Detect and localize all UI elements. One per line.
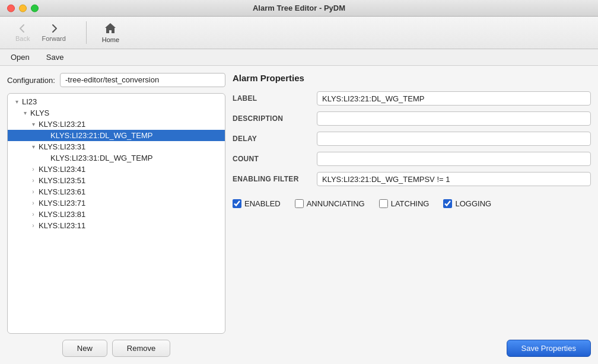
checkbox-annunciating-label: ANNUNCIATING [307,199,365,208]
menu-bar: Open Save [0,49,598,66]
prop-label-description: DESCRIPTION [233,114,310,123]
tree-item-klys-li23-31-dl-wg-temp[interactable]: KLYS:LI23:31:DL_WG_TEMP [8,152,225,164]
tree-container: ▾ LI23 ▾ KLYS ▾ KLYS:LI23:21 KLYS:LI23:2… [7,93,225,334]
prop-label-count: COUNT [233,155,310,163]
tree-item-label: KLYS [30,108,49,117]
maximize-button[interactable] [31,4,39,12]
checkbox-enabled-input[interactable] [233,199,241,208]
checkbox-latching-input[interactable] [379,199,388,208]
tree-item-label: KLYS:LI23:21 [39,120,85,129]
tree-item-label: KLYS:LI23:71 [39,199,85,207]
tree-item-label: KLYS:LI23:81 [39,210,85,219]
prop-label-enabling-filter: ENABLING FILTER [233,175,310,183]
checkbox-logging-label: LOGGING [455,199,491,208]
config-label: Configuration: [7,76,55,85]
checkbox-enabled[interactable]: ENABLED [233,199,281,208]
prop-row-delay: DELAY [233,132,591,146]
alarm-properties-title: Alarm Properties [233,73,591,83]
chevron-down-icon: ▾ [21,109,29,117]
forward-button[interactable]: Forward [36,21,71,44]
chevron-right-icon: › [29,210,37,219]
config-row: Configuration: -tree-editor/test_convers… [7,73,225,87]
tree-item-klys-li23-81[interactable]: › KLYS:LI23:81 [8,209,225,220]
checkbox-annunciating-input[interactable] [295,199,304,208]
minimize-button[interactable] [19,4,27,12]
chevron-right-icon: › [29,177,37,185]
back-button[interactable]: Back [9,21,36,44]
tree-item-klys-li23-31[interactable]: ▾ KLYS:LI23:31 [8,141,225,152]
save-btn-row: Save Properties [233,340,591,357]
remove-button[interactable]: Remove [112,340,170,357]
checkbox-latching[interactable]: LATCHING [379,199,430,208]
prop-label-delay: DELAY [233,135,310,143]
tree-item-klys-li23-51[interactable]: › KLYS:LI23:51 [8,175,225,186]
left-panel: Configuration: -tree-editor/test_convers… [7,73,225,357]
tree-item-label: KLYS:LI23:11 [39,221,85,230]
right-panel: Alarm Properties LABEL DESCRIPTION DELAY… [233,73,591,357]
forward-label: Forward [42,35,65,42]
save-properties-button[interactable]: Save Properties [507,340,591,357]
prop-input-enabling-filter[interactable] [317,172,591,186]
new-button[interactable]: New [62,340,107,357]
tree-item-klys-li23-21[interactable]: ▾ KLYS:LI23:21 [8,119,225,130]
close-button[interactable] [7,4,15,12]
chevron-right-icon: › [29,188,37,196]
checkbox-logging-input[interactable] [443,199,452,208]
title-bar: Alarm Tree Editor - PyDM [0,0,598,17]
window-title: Alarm Tree Editor - PyDM [253,4,345,12]
home-label: Home [102,36,119,43]
tree-item-label: KLYS:LI23:21:DL_WG_TEMP [50,131,152,140]
tree-item-label: KLYS:LI23:51 [39,176,85,185]
prop-input-label[interactable] [317,91,591,106]
tree-item-label: LI23 [22,97,37,106]
tree-item-klys[interactable]: ▾ KLYS [8,107,225,119]
tree-item-li23[interactable]: ▾ LI23 [8,96,225,107]
menu-save[interactable]: Save [43,52,68,63]
expand-icon [41,154,49,162]
prop-row-label: LABEL [233,91,591,106]
toolbar: Back Forward Home [0,17,598,49]
main-content: Configuration: -tree-editor/test_convers… [0,66,598,364]
tree-item-klys-li23-71[interactable]: › KLYS:LI23:71 [8,197,225,209]
chevron-down-icon: ▾ [29,120,37,129]
chevron-right-icon: › [29,199,37,207]
tree-item-label: KLYS:LI23:61 [39,187,85,196]
prop-label-label: LABEL [233,94,310,103]
tree-item-klys-li23-61[interactable]: › KLYS:LI23:61 [8,186,225,197]
checkbox-annunciating[interactable]: ANNUNCIATING [295,199,365,208]
checkboxes-row: ENABLED ANNUNCIATING LATCHING LOGGING [233,199,591,208]
chevron-right-icon: › [29,222,37,230]
prop-input-count[interactable] [317,152,591,166]
checkbox-logging[interactable]: LOGGING [443,199,491,208]
prop-row-enabling-filter: ENABLING FILTER [233,172,591,186]
tree-item-klys-li23-11[interactable]: › KLYS:LI23:11 [8,220,225,231]
nav-buttons: Back Forward [9,21,72,44]
config-value: -tree-editor/test_conversion [60,73,225,87]
checkbox-latching-label: LATCHING [391,199,430,208]
traffic-lights [7,4,39,12]
toolbar-separator [86,21,87,44]
prop-input-description[interactable] [317,111,591,126]
menu-open[interactable]: Open [7,52,33,63]
home-button[interactable]: Home [96,20,125,46]
expand-icon [41,132,49,140]
chevron-right-icon: › [29,165,37,174]
bottom-buttons: New Remove [7,340,225,357]
back-label: Back [15,35,30,42]
chevron-down-icon: ▾ [12,98,21,106]
prop-row-description: DESCRIPTION [233,111,591,126]
checkbox-enabled-label: ENABLED [244,199,281,208]
tree-item-label: KLYS:LI23:31 [39,142,85,151]
tree-item-label: KLYS:LI23:31:DL_WG_TEMP [50,154,152,162]
props-form: LABEL DESCRIPTION DELAY COUNT ENABLING F… [233,91,591,186]
tree-item-klys-li23-21-dl-wg-temp[interactable]: KLYS:LI23:21:DL_WG_TEMP [8,130,225,141]
prop-input-delay[interactable] [317,132,591,146]
prop-row-count: COUNT [233,152,591,166]
tree-item-klys-li23-41[interactable]: › KLYS:LI23:41 [8,164,225,175]
chevron-down-icon: ▾ [29,143,37,151]
tree-item-label: KLYS:LI23:41 [39,165,85,174]
